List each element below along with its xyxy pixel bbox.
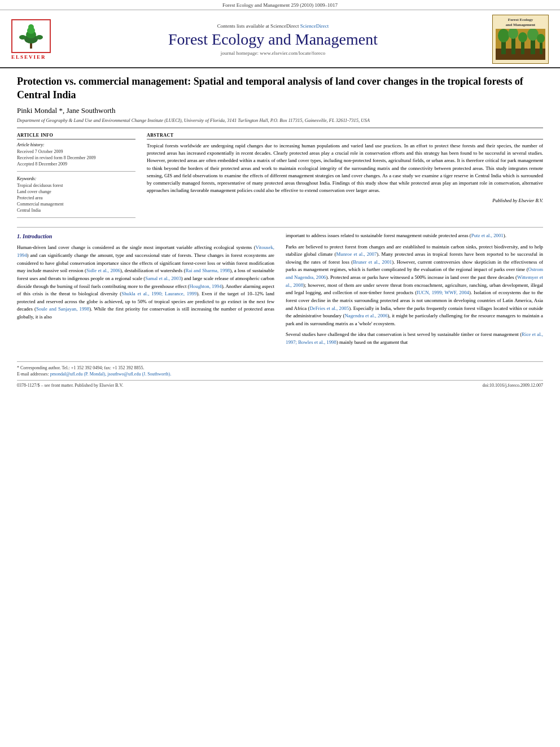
abstract-label: ABSTRACT <box>147 133 543 139</box>
elsevier-tree-icon <box>11 19 51 53</box>
journal-header-center: Contents lists available at ScienceDirec… <box>59 23 487 56</box>
footer-bottom-row: 0378-1127/$ – see front matter. Publishe… <box>17 380 543 388</box>
journal-header: ELSEVIER Contents lists available at Sci… <box>0 10 560 68</box>
issn-line: 0378-1127/$ – see front matter. Publishe… <box>17 383 123 388</box>
svg-point-6 <box>19 35 26 40</box>
ref-rice: Rice et al., 1997; Bowles et al., 1998 <box>286 331 543 345</box>
footnote-star: * Corresponding author. Tel.: +1 352 392… <box>17 365 543 370</box>
body-col-left: 1. Introduction Human-driven land cover … <box>17 232 274 350</box>
journal-main-title: Forest Ecology and Management <box>59 30 487 49</box>
ref-munroe: Munroe et al., 2007 <box>336 251 377 257</box>
journal-logo-title-top: Forest Ecologyand Management <box>495 18 546 28</box>
history-item-1: Received in revised form 8 December 2009 <box>17 155 135 160</box>
elsevier-logo: ELSEVIER <box>11 19 59 60</box>
ref-iucn: IUCN, 1999; WWF, 2004 <box>417 290 469 295</box>
journal-meta-top: Forest Ecology and Management 259 (2010)… <box>222 2 338 8</box>
ref-sidle: Sidle et al., 2006 <box>86 268 120 273</box>
history-item-2: Accepted 8 December 2009 <box>17 161 135 167</box>
authors: Pinki Mondal *, Jane Southworth <box>17 106 115 115</box>
keywords-label: Keywords: <box>17 176 135 181</box>
keyword-0: Tropical deciduous forest <box>17 183 135 188</box>
affiliation: Department of Geography & Land Use and E… <box>17 117 543 123</box>
body-col-right: important to address issues related to s… <box>286 232 543 350</box>
info-divider <box>17 171 135 172</box>
article-footer: * Corresponding author. Tel.: +1 352 392… <box>17 361 543 388</box>
body-para-right-2: Parks are believed to protect forest fro… <box>286 243 543 328</box>
section-rule <box>17 128 543 128</box>
ref-shukla: Shukla et al., 1990; Laurance, 1999 <box>121 291 196 296</box>
keyword-3: Commercial management <box>17 202 135 207</box>
authors-line: Pinki Mondal *, Jane Southworth <box>17 106 543 115</box>
article-info-label: ARTICLE INFO <box>17 133 135 139</box>
journal-logo-inner: Forest Ecologyand Management <box>492 15 549 64</box>
body-content: 1. Introduction Human-driven land cover … <box>17 232 543 350</box>
keyword-2: Protected area <box>17 195 135 200</box>
article-content: Protection vs. commercial management: Sp… <box>0 68 560 395</box>
published-by: Published by Elsevier B.V. <box>147 198 543 203</box>
doi-line: doi:10.1016/j.foreco.2009.12.007 <box>483 383 543 388</box>
svg-point-15 <box>518 32 527 42</box>
footnote-email: E-mail addresses: pmondal@ufl.edu (P. Mo… <box>17 372 543 377</box>
journal-logo-image <box>496 29 545 60</box>
ref-nagendra: Nagendra et al., 2006 <box>344 313 387 318</box>
ref-rai: Rai and Sharma, 1998 <box>185 268 230 273</box>
svg-point-19 <box>537 34 545 43</box>
history-label: Article history: <box>17 142 135 147</box>
body-para-right-1: important to address issues related to s… <box>286 232 543 240</box>
ref-samal: Samal et al., 2003 <box>145 276 181 281</box>
svg-point-7 <box>36 35 43 40</box>
section1-heading: 1. Introduction <box>17 232 274 241</box>
ref-vitousek: Vitousek, 1994 <box>17 244 274 258</box>
ref-bruner: Bruner et al., 2001 <box>353 259 392 265</box>
keyword-1: Land cover change <box>17 189 135 194</box>
contents-available: Contents lists available at ScienceDirec… <box>59 23 487 29</box>
article-title: Protection vs. commercial management: Sp… <box>17 75 543 102</box>
history-item-0: Received 7 October 2009 <box>17 149 135 154</box>
article-info-col: ARTICLE INFO Article history: Received 7… <box>17 133 135 222</box>
ref-defries: DeFries et al., 2005 <box>309 305 349 311</box>
ref-ostrom: Ostrom and Nagendra, 2006 <box>286 267 543 280</box>
journal-homepage: journal homepage: www.elsevier.com/locat… <box>59 50 487 56</box>
abstract-text: Tropical forests worldwide are undergoin… <box>147 142 543 194</box>
sciencedirect-link[interactable]: ScienceDirect <box>300 23 329 29</box>
body-divider <box>17 227 543 228</box>
svg-point-11 <box>498 29 509 42</box>
ref-soule: Soule and Sanjayan, 1998 <box>36 306 89 312</box>
svg-point-17 <box>527 29 539 41</box>
body-para-1: Human-driven land cover change is consid… <box>17 244 274 321</box>
email-addresses: pmondal@ufl.edu (P. Mondal), jsouthwo@uf… <box>50 372 172 377</box>
journal-header-top: Forest Ecology and Management 259 (2010)… <box>0 0 560 10</box>
elsevier-text: ELSEVIER <box>11 54 59 60</box>
abstract-col: ABSTRACT Tropical forests worldwide are … <box>147 133 543 222</box>
ref-houghton: Houghton, 1994 <box>189 283 221 289</box>
svg-point-5 <box>28 24 34 30</box>
keyword-4: Central India <box>17 208 135 213</box>
body-para-right-3: Several studies have challenged the idea… <box>286 331 543 346</box>
email-label: E-mail addresses: <box>17 372 49 377</box>
ref-putz: Putz et al., 2001 <box>471 233 504 238</box>
journal-logo-box: Forest Ecologyand Management <box>492 15 549 64</box>
info-divider-bottom <box>17 217 135 218</box>
info-abstract-row: ARTICLE INFO Article history: Received 7… <box>17 133 543 222</box>
